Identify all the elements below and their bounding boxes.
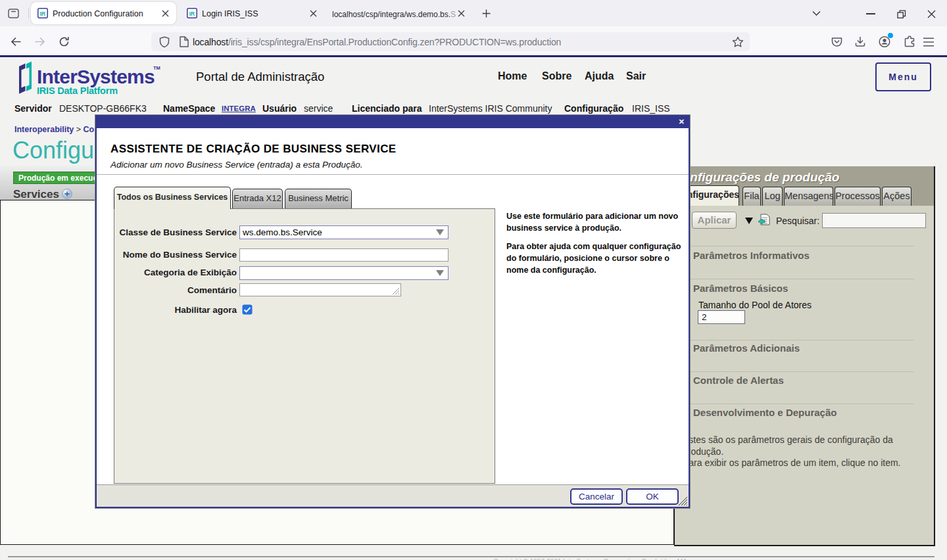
svg-text:InterSystems: InterSystems [37,66,155,87]
svg-text:IR: IR [40,11,46,17]
svg-text:IRIS Data Platform: IRIS Data Platform [37,85,118,96]
svg-text:IR: IR [189,11,195,17]
svg-text:TM: TM [153,65,160,71]
